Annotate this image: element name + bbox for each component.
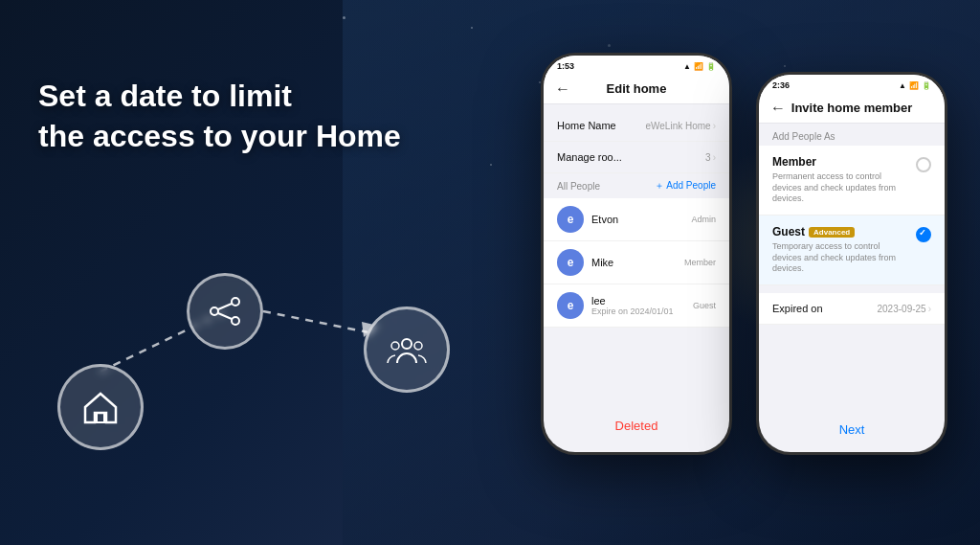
manage-rooms-value: 3 › — [705, 152, 716, 163]
phone2-status-icons: ▲ 📶 🔋 — [899, 81, 931, 90]
expired-on-label: Expired on — [772, 303, 823, 314]
expired-on-row[interactable]: Expired on 2023-09-25 › — [759, 293, 945, 325]
home-icon — [79, 386, 122, 428]
home-name-label: Home Name — [557, 120, 616, 131]
person-row-lee[interactable]: e lee Expire on 2024/01/01 Guest — [544, 284, 729, 328]
svg-line-7 — [218, 304, 232, 309]
people-icon-circle — [364, 307, 450, 393]
add-people-as-label: Add People As — [759, 124, 945, 146]
person-info-mike: Mike — [591, 257, 677, 268]
person-row-mike[interactable]: e Mike Member — [544, 241, 729, 284]
person-name-mike: Mike — [591, 257, 677, 268]
phone1-title: Edit home — [607, 81, 667, 96]
manage-rooms-item[interactable]: Manage roo... 3 › — [544, 142, 729, 173]
member-label: Member — [772, 155, 910, 169]
person-role-etvon: Admin — [691, 215, 716, 224]
guest-radio[interactable] — [916, 227, 931, 242]
person-avatar-lee: e — [557, 292, 584, 319]
guest-option[interactable]: Guest Advanced Temporary access to contr… — [759, 216, 945, 285]
svg-point-6 — [211, 307, 218, 315]
people-icon — [384, 327, 430, 373]
all-people-header: All People ＋ Add People — [544, 173, 729, 198]
expired-chevron-icon: › — [928, 304, 931, 314]
person-avatar-mike: e — [557, 249, 584, 276]
phone1-back-button[interactable]: ← — [555, 80, 570, 98]
svg-point-10 — [391, 342, 399, 350]
hero-title: Set a date to limit the access to your H… — [38, 77, 401, 156]
phone2-screen: 2:36 ▲ 📶 🔋 ← Invite home member Add Peop… — [759, 75, 945, 452]
share-icon-circle — [187, 273, 263, 350]
phone1-status-icons: ▲ 📶 🔋 — [683, 62, 716, 71]
person-name-etvon: Etvon — [591, 214, 683, 225]
phone2-time: 2:36 — [772, 80, 790, 90]
phone2-status-bar: 2:36 ▲ 📶 🔋 — [759, 75, 945, 93]
phone2-app-header: ← Invite home member — [759, 93, 945, 124]
phone2: 2:36 ▲ 📶 🔋 ← Invite home member Add Peop… — [756, 72, 947, 455]
home-name-item[interactable]: Home Name eWeLink Home › — [544, 110, 729, 142]
person-info-lee: lee Expire on 2024/01/01 — [591, 295, 685, 316]
member-desc: Permanent access to control devices and … — [772, 171, 910, 205]
home-icon-circle — [57, 364, 144, 450]
guest-desc: Temporary access to control devices and … — [772, 241, 910, 275]
expired-on-value: 2023-09-25 › — [878, 304, 932, 314]
advanced-badge: Advanced — [809, 227, 855, 238]
phone1-time: 1:53 — [557, 61, 574, 71]
svg-point-5 — [232, 317, 239, 325]
svg-line-8 — [218, 313, 232, 319]
member-option[interactable]: Member Permanent access to control devic… — [759, 146, 945, 216]
guest-label: Guest Advanced — [772, 225, 910, 238]
phone1-app-header: ← Edit home — [544, 74, 729, 104]
person-role-lee: Guest — [693, 301, 716, 310]
delete-button[interactable]: Deleted — [615, 419, 658, 433]
hero-section: Set a date to limit the access to your H… — [38, 77, 401, 156]
person-info-etvon: Etvon — [591, 214, 683, 225]
next-button[interactable]: Next — [839, 422, 865, 437]
phone1: 1:53 ▲ 📶 🔋 ← Edit home Home Name eWeLink… — [541, 53, 732, 455]
phone2-back-button[interactable]: ← — [770, 100, 786, 117]
person-expire-lee: Expire on 2024/01/01 — [591, 307, 685, 316]
phone1-status-bar: 1:53 ▲ 📶 🔋 — [544, 56, 729, 74]
person-row-etvon[interactable]: e Etvon Admin — [544, 198, 729, 241]
manage-rooms-label: Manage roo... — [557, 151, 622, 163]
all-people-label: All People — [557, 181, 600, 192]
share-icon — [207, 293, 243, 329]
phone1-settings-list: Home Name eWeLink Home › Manage roo... 3… — [544, 110, 729, 173]
svg-point-11 — [414, 342, 422, 350]
svg-rect-3 — [97, 413, 104, 422]
home-name-value: eWeLink Home › — [645, 121, 716, 131]
person-role-mike: Member — [684, 258, 716, 267]
add-people-button[interactable]: ＋ Add People — [655, 179, 716, 193]
phone2-title: Invite home member — [791, 101, 912, 115]
person-avatar-etvon: e — [557, 206, 584, 233]
phone1-screen: 1:53 ▲ 📶 🔋 ← Edit home Home Name eWeLink… — [544, 56, 729, 452]
member-radio[interactable] — [916, 157, 931, 172]
person-name-lee: lee — [591, 295, 685, 307]
svg-point-9 — [402, 339, 412, 349]
svg-point-4 — [232, 298, 239, 306]
